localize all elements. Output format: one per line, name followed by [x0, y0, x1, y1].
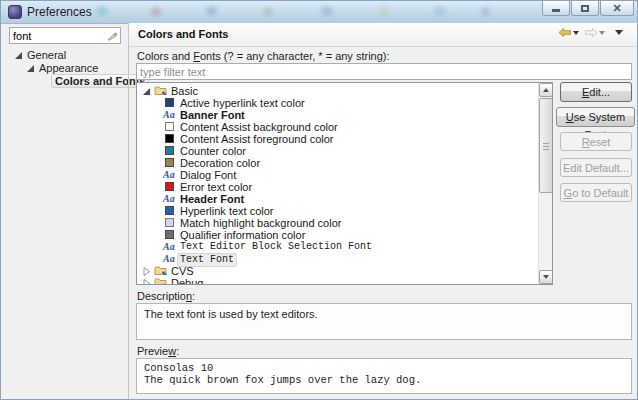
scroll-up-button[interactable] [539, 83, 553, 97]
forward-menu-icon [599, 31, 605, 35]
tree-item-dialog-font[interactable]: AaDialog Font [137, 169, 535, 181]
collapsed-arrow-icon[interactable] [143, 267, 151, 276]
sidebar-item-label: Appearance [39, 62, 98, 74]
tree-item-text-editor-block-selection-font[interactable]: AaText Editor Block Selection Font [137, 241, 535, 253]
color-swatch-icon [165, 134, 174, 143]
titlebar-reflection [96, 6, 108, 16]
go-to-default-button: Go to Default [560, 183, 632, 202]
close-icon: ✕ [612, 3, 621, 14]
expanded-arrow-icon[interactable] [143, 87, 151, 96]
title-bar[interactable]: Preferences ✕ [1, 1, 637, 24]
sidebar-item-label: Colors and Fonts [51, 74, 149, 88]
tree-item-qualifier-information-color[interactable]: Qualifier information color [137, 229, 535, 241]
tree-item-header-font[interactable]: AaHeader Font [137, 193, 535, 205]
tree-item-error-text-color[interactable]: Error text color [137, 181, 535, 193]
font-filter-input[interactable] [136, 63, 632, 80]
tree-item-label: Active hyperlink text color [180, 97, 305, 109]
titlebar-reflection [151, 7, 161, 16]
expanded-arrow-icon[interactable] [27, 64, 35, 73]
font-sample-icon: Aa [163, 253, 175, 264]
tree-item-decoration-color[interactable]: Decoration color [137, 157, 535, 169]
font-sample-icon: Aa [163, 169, 175, 180]
color-swatch-icon [165, 98, 174, 107]
window-controls: ✕ [541, 1, 634, 16]
tree-item-label: CVS [171, 265, 194, 277]
tree-item-text-font[interactable]: AaText Font [137, 253, 535, 265]
preferences-app-icon [8, 5, 22, 19]
sidebar-item-colors-and-fonts[interactable]: Colors and Fonts [39, 75, 149, 88]
preview-label: Preview: [137, 345, 179, 357]
titlebar-reflection [321, 6, 333, 16]
preferences-tree: GeneralAppearanceColors and Fonts [1, 47, 128, 400]
sidebar-filter-input[interactable] [9, 27, 121, 44]
close-button[interactable]: ✕ [600, 1, 634, 16]
tree-item-label: Basic [171, 85, 198, 97]
edit-default-button: Edit Default... [560, 158, 632, 177]
color-swatch-icon [165, 206, 174, 215]
tree-item-label: Debug [171, 277, 203, 285]
tree-item-label: Error text color [180, 181, 252, 193]
titlebar-reflection [379, 7, 389, 16]
description-text: The text font is used by text editors. [144, 308, 318, 320]
color-swatch-icon [165, 158, 174, 167]
preview-line: Consolas 10 [144, 362, 624, 374]
tree-item-counter-color[interactable]: Counter color [137, 145, 535, 157]
tree-item-label: Dialog Font [180, 169, 236, 181]
scroll-down-icon [543, 275, 549, 279]
scrollbar-thumb[interactable] [539, 98, 553, 193]
clear-filter-icon[interactable] [107, 31, 117, 41]
titlebar-reflection [481, 7, 490, 16]
tree-item-cvs[interactable]: CVS [137, 265, 535, 277]
use-system-font-button[interactable]: Use System Font [556, 107, 635, 127]
tree-item-label: Decoration color [180, 157, 260, 169]
scroll-down-button[interactable] [539, 270, 553, 284]
sidebar-item-general[interactable]: General [15, 49, 66, 62]
expanded-arrow-icon[interactable] [15, 51, 23, 60]
scrollbar-grip [543, 143, 549, 144]
theme-folder-icon [154, 277, 167, 285]
colors-and-fonts-list[interactable]: BasicActive hyperlink text colorAaBanner… [136, 82, 553, 285]
font-sample-icon: Aa [163, 241, 175, 252]
tree-item-label: Text Editor Block Selection Font [180, 241, 372, 253]
scroll-up-icon [543, 88, 549, 92]
color-swatch-icon [165, 182, 174, 191]
tree-item-content-assist-foreground-color[interactable]: Content Assist foreground color [137, 133, 535, 145]
view-menu-icon[interactable] [615, 30, 623, 35]
tree-item-hyperlink-text-color[interactable]: Hyperlink text color [137, 205, 535, 217]
theme-folder-icon [154, 265, 167, 276]
font-sample-icon: Aa [163, 109, 175, 120]
tree-item-label: Hyperlink text color [180, 205, 274, 217]
back-arrow-icon[interactable] [559, 28, 571, 37]
edit-button[interactable]: Edit... [560, 82, 632, 102]
tree-item-basic[interactable]: Basic [137, 85, 535, 97]
tree-item-match-highlight-background-color[interactable]: Match highlight background color [137, 217, 535, 229]
tree-item-content-assist-background-color[interactable]: Content Assist background color [137, 121, 535, 133]
tree-item-label: Banner Font [180, 109, 245, 121]
collapsed-arrow-icon[interactable] [143, 279, 151, 285]
panel-divider[interactable] [128, 23, 129, 400]
tree-item-label: Content Assist background color [180, 121, 338, 133]
tree-item-label: Qualifier information color [180, 229, 305, 241]
minimize-button[interactable] [542, 1, 570, 16]
vertical-scrollbar[interactable] [538, 83, 553, 284]
titlebar-reflection [263, 7, 273, 16]
description-box: The text font is used by text editors. [136, 303, 632, 340]
preferences-window: Preferences ✕ GeneralAppearanceColors an… [0, 0, 638, 400]
filter-label: Colors and Fonts (? = any character, * =… [137, 50, 390, 62]
sidebar-item-label: General [27, 49, 66, 61]
titlebar-reflection [433, 6, 447, 16]
tree-item-label: Match highlight background color [180, 217, 341, 229]
tree-item-banner-font[interactable]: AaBanner Font [137, 109, 535, 121]
maximize-icon [581, 5, 589, 12]
minimize-icon [552, 9, 560, 12]
tree-item-active-hyperlink-text-color[interactable]: Active hyperlink text color [137, 97, 535, 109]
titlebar-reflection [206, 6, 217, 15]
preview-line: The quick brown fox jumps over the lazy … [144, 374, 624, 386]
tree-item-debug[interactable]: Debug [137, 277, 535, 285]
color-swatch-icon [165, 122, 174, 131]
back-menu-icon[interactable] [573, 31, 579, 35]
preview-box: Consolas 10 The quick brown fox jumps ov… [136, 358, 632, 394]
maximize-button[interactable] [571, 1, 599, 16]
theme-folder-icon [154, 85, 167, 96]
color-swatch-icon [165, 146, 174, 155]
